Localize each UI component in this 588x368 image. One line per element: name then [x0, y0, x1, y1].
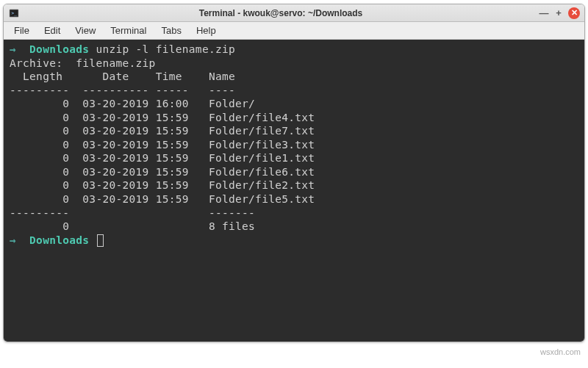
menu-help[interactable]: Help	[189, 24, 223, 37]
menubar: File Edit View Terminal Tabs Help	[4, 22, 584, 40]
minimize-button[interactable]: —	[539, 8, 549, 18]
window-title: Terminal - kwouk@servo: ~/Downloads	[23, 8, 539, 18]
titlebar[interactable]: >_ Terminal - kwouk@servo: ~/Downloads —…	[4, 4, 584, 22]
prompt-arrow: →	[10, 234, 16, 246]
close-button[interactable]: ✕	[568, 7, 580, 19]
command-text: unzip -l filename.zip	[96, 43, 235, 55]
output-row: 0 03-20-2019 15:59 Folder/file7.txt	[10, 125, 315, 137]
maximize-button[interactable]: +	[553, 8, 564, 18]
terminal-window: >_ Terminal - kwouk@servo: ~/Downloads —…	[3, 4, 585, 342]
output-row: 0 03-20-2019 15:59 Folder/file2.txt	[10, 179, 315, 191]
output-row: 0 03-20-2019 15:59 Folder/file6.txt	[10, 166, 315, 178]
prompt-arrow: →	[10, 43, 16, 55]
cursor	[97, 234, 104, 247]
output-header: Length Date Time Name	[10, 71, 235, 82]
menu-tabs[interactable]: Tabs	[154, 24, 188, 37]
svg-text:>_: >_	[12, 10, 18, 15]
output-archive: Archive: filename.zip	[10, 57, 156, 69]
prompt-cwd: Downloads	[29, 43, 89, 55]
output-sep2: --------- -------	[10, 207, 255, 219]
output-row: 0 03-20-2019 16:00 Folder/	[10, 98, 255, 109]
output-total: 0 8 files	[10, 220, 255, 232]
output-row: 0 03-20-2019 15:59 Folder/file3.txt	[10, 139, 315, 151]
terminal-body[interactable]: → Downloads unzip -l filename.zip Archiv…	[4, 40, 584, 342]
menu-view[interactable]: View	[68, 24, 103, 37]
output-row: 0 03-20-2019 15:59 Folder/file4.txt	[10, 112, 315, 123]
menu-edit[interactable]: Edit	[37, 24, 68, 37]
window-controls: — + ✕	[539, 7, 580, 19]
menu-terminal[interactable]: Terminal	[103, 24, 154, 37]
prompt-cwd: Downloads	[29, 234, 89, 246]
menu-file[interactable]: File	[7, 24, 37, 37]
output-sep1: --------- ---------- ----- ----	[10, 84, 235, 96]
terminal-icon: >_	[8, 7, 20, 19]
watermark: wsxdn.com	[540, 347, 581, 356]
output-row: 0 03-20-2019 15:59 Folder/file5.txt	[10, 193, 315, 205]
output-row: 0 03-20-2019 15:59 Folder/file1.txt	[10, 152, 315, 164]
